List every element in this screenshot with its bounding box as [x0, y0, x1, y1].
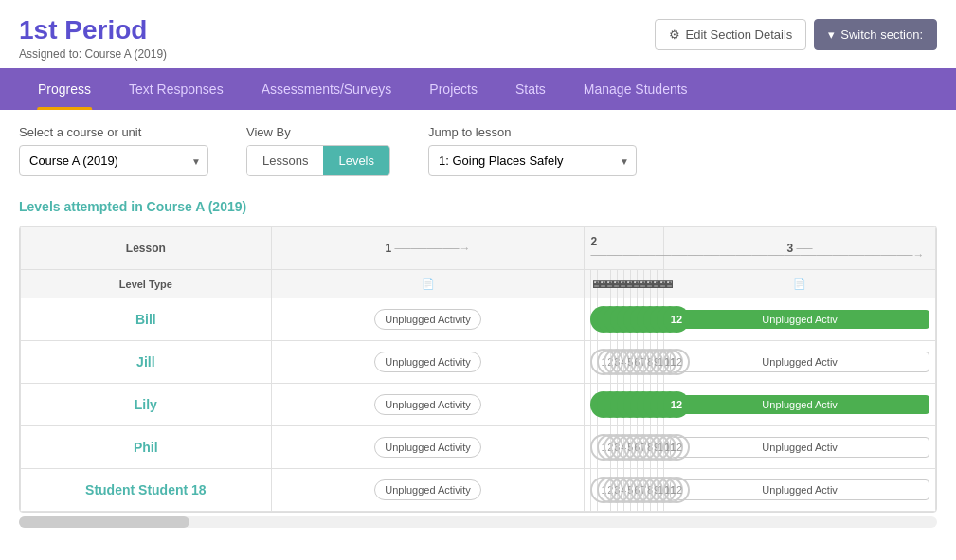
data-table-container: Lesson 1 ────────→ 2 ───────────────────…: [19, 226, 937, 513]
doc-icon-col2: 📄: [664, 270, 936, 298]
monitor-icon: 🖥: [663, 279, 674, 290]
unplugged-activity-1: Unplugged Activity: [271, 298, 585, 341]
unplugged-activity-3: Unplugged Activ: [664, 469, 936, 512]
level-cell[interactable]: 1: [585, 341, 591, 384]
table-row: LilyUnplugged Activity123456789101112Unp…: [21, 384, 936, 426]
doc-icon-col: 📄: [271, 270, 585, 298]
nav-progress[interactable]: Progress: [19, 68, 110, 110]
unplugged-right-label[interactable]: Unplugged Activ: [670, 395, 929, 414]
student-name[interactable]: Student Student 18: [21, 469, 272, 512]
lesson2-header: 2 ──────────────────────────────────────…: [585, 227, 664, 270]
nav-projects[interactable]: Projects: [410, 68, 496, 110]
unplugged-right-label[interactable]: Unplugged Activ: [670, 310, 929, 329]
student-name[interactable]: Jill: [21, 341, 272, 384]
gear-icon: ⚙: [669, 27, 680, 42]
level-completed[interactable]: 12: [663, 306, 690, 333]
nav-stats[interactable]: Stats: [496, 68, 565, 110]
table-row: BillUnplugged Activity123456789101112Unp…: [21, 298, 936, 341]
level-cell[interactable]: 1: [585, 384, 591, 426]
unplugged-right-label[interactable]: Unplugged Activ: [670, 437, 929, 458]
level-empty[interactable]: 12: [663, 349, 690, 375]
lesson1-header: 1 ────────→: [271, 227, 585, 270]
unplugged-button-1[interactable]: Unplugged Activity: [374, 352, 481, 372]
level-type-header: Level Type: [21, 270, 272, 298]
unplugged-activity-1: Unplugged Activity: [271, 426, 585, 469]
unplugged-activity-3: Unplugged Activ: [664, 341, 936, 384]
unplugged-activity-1: Unplugged Activity: [271, 384, 585, 426]
table-row: PhilUnplugged Activity123456789101112Unp…: [21, 426, 936, 469]
unplugged-activity-1: Unplugged Activity: [271, 469, 585, 512]
student-name[interactable]: Phil: [21, 426, 272, 469]
nav-bar: Progress Text Responses Assessments/Surv…: [0, 68, 956, 110]
student-name[interactable]: Bill: [21, 298, 272, 341]
course-label: Select a course or unit: [19, 125, 208, 139]
unplugged-button-1[interactable]: Unplugged Activity: [374, 479, 481, 500]
jump-select[interactable]: 1: Going Places Safely: [428, 145, 637, 176]
unplugged-activity-3: Unplugged Activ: [664, 426, 936, 469]
unplugged-activity-1: Unplugged Activity: [271, 341, 585, 384]
level-completed[interactable]: 12: [663, 391, 690, 418]
edit-section-button[interactable]: ⚙ Edit Section Details: [655, 19, 807, 50]
horizontal-scrollbar[interactable]: [19, 516, 937, 528]
unplugged-right-label[interactable]: Unplugged Activ: [670, 479, 929, 500]
table-row: JillUnplugged Activity123456789101112Unp…: [21, 341, 936, 384]
view-by-toggle: Lessons Levels: [246, 145, 390, 176]
assigned-to-label: Assigned to: Course A (2019): [19, 47, 167, 61]
lesson-column-header: Lesson: [21, 227, 272, 270]
view-by-label: View By: [246, 125, 390, 139]
level-cell[interactable]: 1: [585, 426, 591, 469]
scroll-thumb[interactable]: [19, 516, 189, 528]
unplugged-right-label[interactable]: Unplugged Activ: [670, 352, 929, 372]
nav-text-responses[interactable]: Text Responses: [110, 68, 243, 110]
table-row: Student Student 18Unplugged Activity1234…: [21, 469, 936, 512]
level-empty[interactable]: 12: [663, 434, 690, 461]
page-title: 1st Period: [19, 15, 167, 45]
levels-title: Levels attempted in Course A (2019): [0, 191, 956, 226]
switch-section-button[interactable]: ▾ Switch section:: [814, 19, 937, 50]
level-cell[interactable]: 1: [585, 298, 591, 341]
level-cell[interactable]: 1: [585, 469, 591, 512]
jump-label: Jump to lesson: [428, 125, 637, 139]
level-empty[interactable]: 12: [663, 477, 690, 503]
course-select[interactable]: Course A (2019): [19, 145, 208, 176]
document-icon2: 📄: [793, 278, 806, 289]
course-link[interactable]: Course A (2019): [147, 199, 247, 214]
unplugged-activity-3: Unplugged Activ: [664, 298, 936, 341]
view-lessons-button[interactable]: Lessons: [247, 146, 323, 175]
unplugged-activity-3: Unplugged Activ: [664, 384, 936, 426]
student-name[interactable]: Lily: [21, 384, 272, 426]
dropdown-icon: ▾: [828, 27, 835, 42]
nav-manage-students[interactable]: Manage Students: [565, 68, 707, 110]
unplugged-button-1[interactable]: Unplugged Activity: [374, 394, 481, 415]
view-levels-button[interactable]: Levels: [323, 146, 389, 175]
nav-assessments[interactable]: Assessments/Surveys: [243, 68, 411, 110]
levels-table: Lesson 1 ────────→ 2 ───────────────────…: [20, 226, 936, 512]
unplugged-button-1[interactable]: Unplugged Activity: [374, 437, 481, 458]
document-icon: 📄: [422, 278, 435, 289]
unplugged-button-1[interactable]: Unplugged Activity: [374, 309, 481, 330]
